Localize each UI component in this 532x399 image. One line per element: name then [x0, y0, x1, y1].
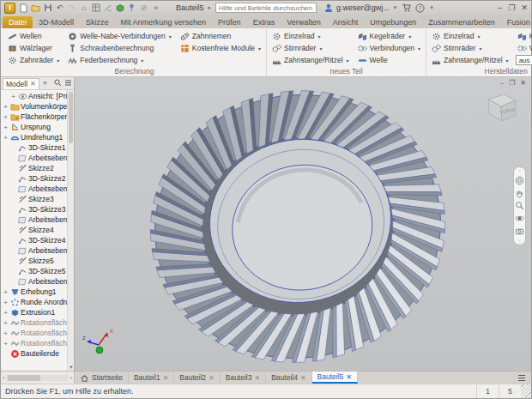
button-kostenfreie-module[interactable]: Kostenfreie Module▾ [178, 42, 263, 54]
ribbon-tab-zusammenarbeiten[interactable]: Zusammenarbeiten [422, 16, 501, 28]
tree-item-erhebung1[interactable]: +Erhebung1 [1, 287, 74, 297]
signed-in-user[interactable]: g.weser@gwj... [336, 3, 390, 12]
tree-item-flächenkörper-3[interactable]: +Flächenkörper(3 [1, 112, 74, 122]
tab-close-icon[interactable]: ✕ [254, 374, 260, 382]
tree-item-umdrehung1[interactable]: +Umdrehung1 [1, 132, 74, 142]
button-schraubenberechnung[interactable]: Schraubenberechnung [66, 42, 173, 54]
tree-item-arbeitsebene3[interactable]: Arbeitsebene3 [1, 215, 74, 225]
button-einzelrad[interactable]: Einzelrad▾ [270, 30, 351, 42]
button-wellen[interactable]: Wellen [6, 30, 61, 42]
tree-item-rotationsfläche2[interactable]: +Rotationsfläche2 [1, 328, 74, 338]
expander-icon[interactable]: + [10, 94, 16, 100]
no-entry-icon[interactable]: ⊘ [138, 3, 149, 13]
ribbon-tab-datei[interactable]: Datei [3, 16, 33, 28]
tree-item-runde-anordnung[interactable]: +Runde Anordnung [1, 297, 74, 307]
button-verbindungen[interactable]: Verbindungen▾ [516, 42, 532, 54]
tab-close-icon[interactable]: ✕ [300, 374, 306, 382]
expander-icon[interactable]: + [3, 114, 9, 120]
browser-tab-close-icon[interactable]: ✕ [30, 80, 36, 88]
button-zahnstange-ritzel[interactable]: Zahnstange/Ritzel▾ [430, 54, 511, 66]
tree-item-3d-skizze2[interactable]: 3D-Skizze2 [1, 173, 74, 184]
button-federberechnung[interactable]: Federberechnung▾ [66, 54, 173, 66]
imate-icon[interactable] [126, 3, 137, 13]
minimize-button[interactable]: – [498, 3, 502, 12]
tree-item-arbeitsebene4[interactable]: Arbeitsebene4 [1, 245, 74, 256]
expander-icon[interactable]: + [3, 320, 9, 326]
views-icon[interactable] [90, 3, 101, 13]
tree-horizontal-scrollbar[interactable]: ‹ › [1, 372, 75, 384]
material-icon[interactable] [114, 3, 125, 13]
expander-icon[interactable]: + [3, 289, 9, 295]
tree-item-skizze3[interactable]: Skizze3 [1, 194, 74, 204]
doc-tab-bauteil1[interactable]: Bauteil1✕ [129, 372, 174, 384]
browser-tab-modell[interactable]: Modell✕ [3, 78, 39, 89]
tree-item-3d-skizze3[interactable]: 3D-Skizze3 [1, 204, 74, 215]
viewport-3d[interactable]: – ❐ ✕ VORNE ○ ○ [75, 77, 531, 371]
overflow-icon[interactable]: » [150, 3, 161, 13]
doc-close-button[interactable]: ✕ [520, 79, 526, 87]
open-icon[interactable] [30, 3, 41, 13]
button-welle-nabe-verbindungen[interactable]: Welle-Nabe-Verbindungen▾ [66, 30, 173, 42]
tree-item-skizze2[interactable]: Skizze2 [1, 163, 74, 173]
undo-icon[interactable]: ↶ [54, 3, 65, 13]
zoom-icon[interactable] [515, 201, 524, 210]
button-zahnriemen[interactable]: Zahnriemen [178, 30, 263, 42]
button-welle[interactable]: Welle [356, 54, 422, 66]
home-icon[interactable]: ⌂ [78, 3, 89, 13]
button-stirnräder[interactable]: Stirnräder▾ [270, 42, 351, 54]
maximize-button[interactable]: ❐ [508, 3, 515, 12]
browser-add-tab-button[interactable]: + [41, 79, 49, 88]
button-stirnräder[interactable]: Stirnräder▾ [430, 42, 511, 54]
new-file-icon[interactable] [18, 3, 29, 13]
pan-hand-icon[interactable] [515, 189, 524, 198]
ribbon-tab-extras[interactable]: Extras [247, 16, 281, 28]
expander-icon[interactable]: + [3, 310, 9, 316]
hscroll-left-icon[interactable]: ‹ [3, 375, 4, 381]
tree-item-bauteilende[interactable]: Bauteilende [1, 348, 74, 359]
ribbon-tab-mit-anmerkung-versehen[interactable]: Mit Anmerkung versehen [115, 16, 213, 28]
ribbon-tab-prüfen[interactable]: Prüfen [212, 16, 247, 28]
view-cube[interactable]: VORNE [481, 86, 521, 127]
expander-icon[interactable]: + [3, 135, 9, 141]
tree-item-arbeitsebene2[interactable]: Arbeitsebene2 [1, 184, 74, 194]
combo-aus-berechnung[interactable]: aus Berechnung▾ [516, 55, 532, 65]
orbit-icon[interactable] [515, 214, 524, 223]
tree-item-volumenkörper[interactable]: +Volumenkörper( [1, 101, 74, 112]
tree-item-3d-skizze4[interactable]: 3D-Skizze4 [1, 235, 74, 245]
look-at-icon[interactable] [515, 227, 524, 236]
tree-item-ursprung[interactable]: +Ursprung [1, 122, 74, 132]
expander-icon[interactable]: + [3, 124, 9, 130]
tab-close-icon[interactable]: ✕ [163, 374, 169, 382]
doc-tab-bauteil2[interactable]: Bauteil2✕ [174, 372, 220, 384]
tree-vertical-scrollbar[interactable]: ▼ [67, 90, 74, 371]
expander-icon[interactable]: + [3, 341, 9, 347]
button-kegelräder[interactable]: Kegelräder▾ [516, 30, 532, 42]
doc-tab-bauteil4[interactable]: Bauteil4✕ [266, 372, 311, 384]
navigation-bar[interactable]: ○ ○ [513, 166, 526, 245]
tree-item-arbeitsebene5[interactable]: Arbeitsebene5 [1, 276, 74, 287]
tab-close-icon[interactable]: ✕ [209, 374, 215, 382]
button-kegelräder[interactable]: Kegelräder▾ [356, 30, 422, 42]
ribbon-tab-3d-modell[interactable]: 3D-Modell [33, 16, 80, 28]
button-zahnstange-ritzel[interactable]: Zahnstange/Ritzel▾ [270, 54, 351, 66]
inventor-logo-icon[interactable]: I [4, 3, 15, 14]
help-search-input[interactable] [215, 3, 317, 13]
ribbon-tab-fusion[interactable]: Fusion [501, 16, 532, 28]
tree-item-arbeitsebene1[interactable]: Arbeitsebene1 [1, 153, 74, 163]
expander-icon[interactable]: + [3, 330, 9, 336]
browser-menu-icon[interactable] [64, 79, 72, 88]
doc-tab-bauteil5[interactable]: Bauteil5✕ [312, 372, 358, 384]
button-wälzlager[interactable]: Wälzlager [6, 42, 61, 54]
user-menu-chevron-icon[interactable]: ▾ [394, 4, 397, 11]
ribbon-tab-ansicht[interactable]: Ansicht [327, 16, 365, 28]
ribbon-tab-umgebungen[interactable]: Umgebungen [364, 16, 422, 28]
ribbon-tab-skizze[interactable]: Skizze [80, 16, 115, 28]
tab-list-menu-icon[interactable] [512, 372, 531, 384]
redo-icon[interactable]: ↷ [66, 3, 77, 13]
button-zahnräder[interactable]: Zahnräder▾ [6, 54, 61, 66]
tree-item-rotationsfläche3[interactable]: +Rotationsfläche3 [1, 338, 74, 348]
tree-item-3d-skizze1[interactable]: 3D-Skizze1 [1, 142, 74, 153]
expander-icon[interactable]: + [3, 299, 9, 305]
sketch-icon[interactable] [102, 3, 113, 13]
doc-tab-bauteil3[interactable]: Bauteil3✕ [221, 372, 266, 384]
